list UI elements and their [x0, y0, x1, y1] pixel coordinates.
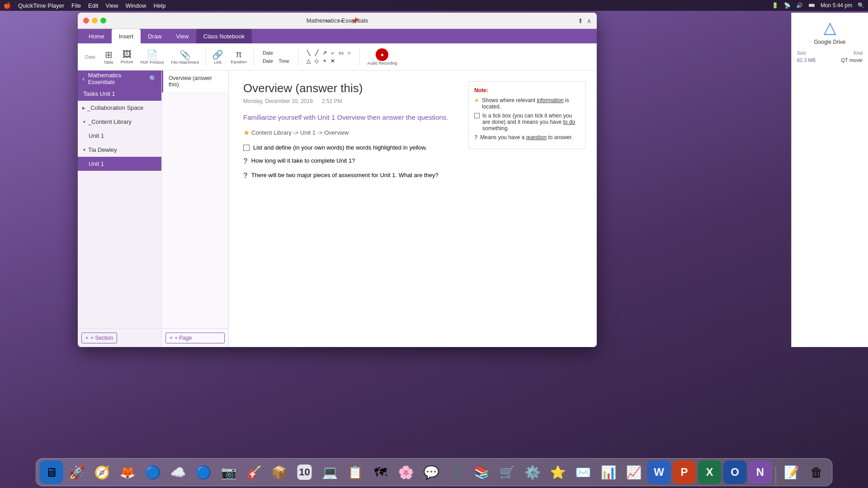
question-mark-1: ? [243, 157, 248, 165]
file-size: 62.3 MB [797, 57, 816, 63]
add-section-button[interactable]: + + Section [81, 333, 117, 343]
pdf-button[interactable]: 📄 PDF Printout [138, 47, 167, 66]
add-page-button[interactable]: + + Page [165, 333, 225, 343]
dock-appstore[interactable]: 🛒 [495, 460, 519, 484]
main-area: ‹ Mathematics Essentials 🔍 Tasks Unit 1 … [78, 70, 597, 347]
dock-messages[interactable]: 💬 [420, 460, 443, 484]
shape-plus[interactable]: + [321, 57, 329, 65]
dock-app1[interactable]: 🔵 [141, 460, 165, 484]
tab-insert[interactable]: Insert [112, 29, 141, 43]
checkbox-1[interactable] [243, 145, 250, 151]
dock-powerpoint[interactable]: P [673, 460, 696, 484]
dock-box[interactable]: 📦 [268, 460, 291, 484]
sidebar-item-unit1-tia[interactable]: Unit 1 [78, 157, 161, 171]
question-1-text: How long will it take to complete Unit 1… [251, 157, 355, 164]
date-only-button[interactable]: Date [261, 57, 275, 65]
table-icon: ⊞ [105, 49, 113, 60]
menu-file[interactable]: File [71, 2, 81, 9]
search-menubar-icon[interactable]: 🔍 [858, 2, 864, 9]
time-button[interactable]: Time [277, 57, 291, 65]
messages-icon: 💬 [423, 465, 439, 480]
dock-numbers[interactable]: 📊 [597, 460, 620, 484]
sidebar-item-content-library[interactable]: _Content Library [78, 115, 161, 129]
dock-mail[interactable]: ✉️ [571, 460, 595, 484]
shape-line2[interactable]: ╱ [312, 49, 321, 57]
sidebar-item-unit1-content[interactable]: Unit 1 [78, 129, 161, 143]
dock-onenote[interactable]: N [749, 460, 772, 484]
shape-triangle[interactable]: △ [304, 57, 312, 65]
app2-icon: 🔵 [195, 465, 211, 480]
audio-recording-button[interactable]: ● Audio Recording [363, 47, 401, 67]
dock-app4[interactable]: 10 [293, 460, 316, 484]
date-button[interactable]: Date [261, 49, 291, 56]
dock-screenshot[interactable]: 📷 [217, 460, 241, 484]
maximize-button[interactable] [100, 18, 106, 23]
dock-finder[interactable]: 🖥 [40, 460, 63, 484]
sidebar-item-tasks-unit1[interactable]: Tasks Unit 1 [78, 87, 161, 101]
traffic-lights [83, 18, 106, 23]
dock-firefox[interactable]: 🦊 [116, 460, 139, 484]
minimize-button[interactable] [92, 18, 98, 23]
dock-music[interactable]: 🎵 [445, 460, 468, 484]
toolbar: Date ⊞ Table 🖼 Picture 📄 PDF Printout 📎 … [78, 43, 597, 70]
dock-excel[interactable]: X [698, 460, 722, 484]
tab-home[interactable]: Home [81, 29, 112, 43]
dock-trash[interactable]: 🗑 [805, 460, 829, 484]
file-kind: QT movie [841, 57, 863, 63]
breadcrumb-text: Content Library -> Unit 1 -> Overview [251, 129, 349, 136]
dock-outlook[interactable]: O [723, 460, 747, 484]
menu-window[interactable]: Window [125, 2, 146, 9]
shape-cross[interactable]: ✕ [329, 57, 337, 65]
page-item-overview[interactable]: Overview (answer this) [162, 70, 228, 93]
dock-settings[interactable]: ⚙️ [521, 460, 544, 484]
tab-view[interactable]: View [169, 29, 196, 43]
shape-rect[interactable]: ▭ [337, 49, 345, 57]
menu-bar: 🍎 QuickTime Player File Edit View Window… [0, 0, 868, 11]
info-row-star: ★ Shows where relevant information is lo… [474, 97, 580, 110]
shape-arrow[interactable]: ↗ [321, 49, 329, 57]
shape-ellipse[interactable]: ○ [345, 49, 353, 57]
menu-edit[interactable]: Edit [88, 2, 98, 9]
dock-launchpad[interactable]: 🚀 [65, 460, 89, 484]
share-button[interactable]: ⬆ [578, 17, 583, 24]
sidebar-search-button[interactable]: 🔍 [149, 75, 157, 82]
picture-button[interactable]: 🖼 Picture [118, 47, 136, 66]
dock-word[interactable]: W [647, 460, 671, 484]
sidebar-back-button[interactable]: ‹ [82, 75, 85, 82]
dock-reeder[interactable]: ⭐ [546, 460, 570, 484]
dock-maps[interactable]: 🗺 [369, 460, 392, 484]
dock-photos[interactable]: 🌸 [394, 460, 418, 484]
collapse-button[interactable]: ∧ [587, 17, 591, 24]
dock-icloud[interactable]: ☁️ [166, 460, 190, 484]
dock-analytics[interactable]: 📈 [622, 460, 646, 484]
menu-help[interactable]: Help [154, 2, 166, 9]
equation-button[interactable]: π Equation [228, 47, 250, 66]
sidebar-item-collaboration-space[interactable]: _Collaboration Space [78, 101, 161, 115]
menu-bar-right: 🔋 📡 🔊 ⌨️ Mon 5:44 pm 🔍 [772, 2, 864, 9]
app-name[interactable]: QuickTime Player [18, 2, 64, 9]
add-section-label: + Section [90, 335, 113, 341]
link-button[interactable]: 🔗 Link [209, 47, 226, 66]
dock-reminders[interactable]: 📋 [344, 460, 367, 484]
tab-draw[interactable]: Draw [141, 29, 169, 43]
dock-books[interactable]: 📚 [470, 460, 494, 484]
file-attachment-button[interactable]: 📎 File Attachment [168, 47, 202, 66]
analytics-icon: 📈 [626, 465, 642, 480]
dock-safari[interactable]: 🧭 [90, 460, 114, 484]
apple-menu[interactable]: 🍎 [4, 2, 11, 9]
date-group: Date [81, 52, 99, 61]
dock-notes[interactable]: 📝 [780, 460, 803, 484]
dock-finder2[interactable]: 💻 [318, 460, 342, 484]
dock-app3[interactable]: 🎸 [242, 460, 266, 484]
screenshot-icon: 📷 [221, 465, 236, 480]
dock-app2[interactable]: 🔵 [192, 460, 215, 484]
shape-line1[interactable]: ╲ [304, 49, 312, 57]
reminders-icon: 📋 [347, 465, 363, 480]
shape-diamond[interactable]: ◇ [312, 57, 321, 65]
shape-corner[interactable]: ⌐ [329, 49, 337, 57]
menu-view[interactable]: View [105, 2, 118, 9]
sidebar-item-tia-dewley[interactable]: Tia Dewley [78, 143, 161, 157]
table-button[interactable]: ⊞ Table [101, 47, 116, 66]
close-button[interactable] [83, 18, 89, 23]
tab-class-notebook[interactable]: Class Notebook [196, 29, 252, 43]
